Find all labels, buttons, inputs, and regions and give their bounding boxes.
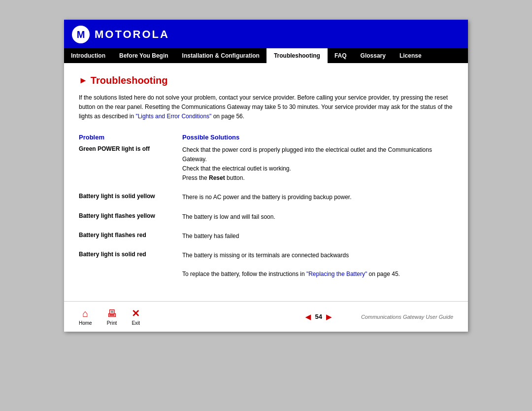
- doc-title: Communications Gateway User Guide: [361, 314, 453, 320]
- logo-circle: M: [72, 26, 90, 43]
- home-button[interactable]: ⌂ Home: [79, 308, 92, 326]
- problem-cell: Battery light flashes red: [79, 229, 182, 243]
- table-row: Battery light flashes yellow The battery…: [79, 210, 453, 224]
- page-number: 54: [315, 313, 322, 320]
- solution-cell: Check that the power cord is properly pl…: [182, 143, 453, 186]
- intro-paragraph: If the solutions listed here do not solv…: [79, 93, 453, 122]
- col-header-problem: Problem: [79, 132, 182, 143]
- prev-page-button[interactable]: ◀: [305, 313, 311, 321]
- page-title: Troubleshooting: [91, 75, 168, 86]
- motorola-logo: M MOTOROLA: [72, 26, 169, 43]
- solution-cell: There is no AC power and the battery is …: [182, 190, 453, 205]
- problem-cell: Battery light is solid yellow: [79, 190, 182, 205]
- exit-label: Exit: [132, 320, 140, 326]
- print-label: Print: [107, 320, 117, 326]
- table-row: Battery light is solid red The battery i…: [79, 248, 453, 282]
- solution-cell: The battery is low and will fail soon.: [182, 210, 453, 224]
- nav-license[interactable]: License: [393, 49, 429, 63]
- home-label: Home: [79, 320, 92, 326]
- nav-before-you-begin[interactable]: Before You Begin: [112, 49, 175, 63]
- footer: ⌂ Home 🖶 Print ✕ Exit ◀ 54 ▶ Communicati…: [64, 301, 468, 332]
- header-bar: M MOTOROLA: [64, 20, 468, 48]
- table-row: Battery light is solid yellow There is n…: [79, 190, 453, 205]
- nav-introduction[interactable]: Introduction: [64, 49, 112, 63]
- page-title-container: ► Troubleshooting: [79, 75, 453, 86]
- home-icon: ⌂: [82, 308, 88, 319]
- page-nav: ◀ 54 ▶: [305, 313, 331, 321]
- motorola-wordmark: MOTOROLA: [95, 28, 169, 41]
- col-header-solutions: Possible Solutions: [182, 132, 453, 143]
- lights-link[interactable]: "Lights and Error Conditions": [135, 113, 211, 120]
- page-container: M MOTOROLA Introduction Before You Begin…: [64, 20, 468, 332]
- table-row: Battery light flashes red The battery ha…: [79, 229, 453, 243]
- problem-cell: Green POWER light is off: [79, 143, 182, 186]
- table-row: Green POWER light is off Check that the …: [79, 143, 453, 186]
- title-icon: ►: [79, 75, 88, 86]
- nav-faq[interactable]: FAQ: [328, 49, 354, 63]
- nav-installation[interactable]: Installation & Configuration: [175, 49, 266, 63]
- solution-cell: The battery has failed: [182, 229, 453, 243]
- logo-m-icon: M: [77, 29, 85, 40]
- print-button[interactable]: 🖶 Print: [107, 308, 117, 326]
- exit-icon: ✕: [132, 308, 140, 319]
- replacing-battery-link[interactable]: "Replacing the Battery": [306, 271, 367, 277]
- problem-cell: Battery light is solid red: [79, 248, 182, 282]
- nav-glossary[interactable]: Glossary: [354, 49, 393, 63]
- exit-button[interactable]: ✕ Exit: [132, 308, 140, 326]
- content-area: ► Troubleshooting If the solutions liste…: [64, 63, 468, 301]
- nav-bar: Introduction Before You Begin Installati…: [64, 48, 468, 63]
- print-icon: 🖶: [107, 308, 117, 319]
- next-page-button[interactable]: ▶: [326, 313, 332, 321]
- nav-troubleshooting[interactable]: Troubleshooting: [266, 48, 328, 63]
- solution-cell: The battery is missing or its terminals …: [182, 248, 453, 282]
- troubleshooting-table: Problem Possible Solutions Green POWER l…: [79, 132, 453, 282]
- problem-cell: Battery light flashes yellow: [79, 210, 182, 224]
